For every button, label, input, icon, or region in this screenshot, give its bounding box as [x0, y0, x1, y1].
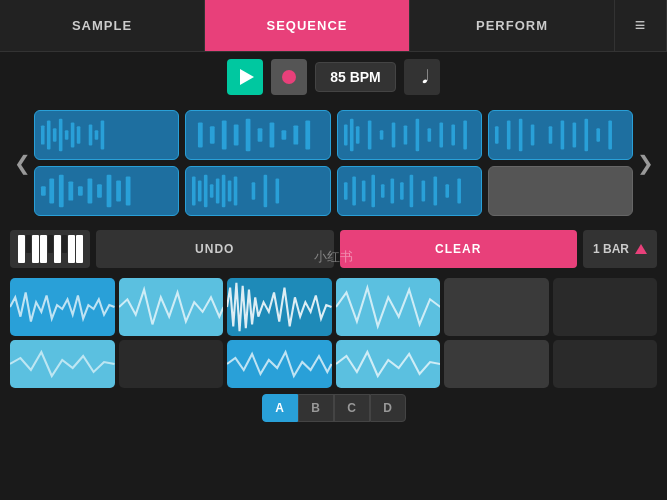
svg-rect-36	[548, 126, 552, 143]
track-cell-1-4[interactable]	[336, 278, 441, 336]
record-button[interactable]	[271, 59, 307, 95]
svg-rect-73	[445, 184, 449, 197]
svg-rect-71	[421, 180, 425, 201]
track-cell-1-1[interactable]	[10, 278, 115, 336]
svg-rect-5	[71, 123, 75, 148]
tab-sample[interactable]: SAMPLE	[0, 0, 205, 51]
svg-rect-74	[457, 179, 461, 204]
undo-button[interactable]: UNDO	[96, 230, 334, 268]
bottom-tabs: A B C D	[0, 392, 667, 428]
track-cell-2-6[interactable]	[553, 340, 658, 388]
svg-rect-17	[282, 130, 287, 140]
svg-rect-72	[433, 177, 437, 206]
svg-rect-40	[596, 128, 600, 141]
piano-key-white-6	[76, 235, 83, 263]
svg-rect-30	[451, 124, 455, 145]
tab-perform[interactable]: PERFORM	[410, 0, 615, 51]
svg-rect-50	[116, 180, 121, 201]
svg-rect-42	[41, 186, 46, 196]
track-cell-1-3[interactable]	[227, 278, 332, 336]
tab-c[interactable]: C	[334, 394, 370, 422]
seq-cell-8[interactable]	[488, 166, 633, 216]
svg-rect-9	[101, 121, 105, 150]
svg-rect-64	[352, 177, 356, 206]
track-cell-1-6[interactable]	[553, 278, 658, 336]
track-cell-2-4[interactable]	[336, 340, 441, 388]
piano-keys-button[interactable]	[10, 230, 90, 268]
tab-d[interactable]: D	[370, 394, 406, 422]
seq-cell-3[interactable]	[337, 110, 482, 160]
bar-arrow-icon	[635, 244, 647, 254]
piano-key-white-3	[40, 235, 47, 263]
clear-button[interactable]: CLEAR	[340, 230, 578, 268]
tab-sequence[interactable]: SEQUENCE	[205, 0, 410, 51]
seq-cell-2[interactable]	[185, 110, 330, 160]
svg-rect-62	[276, 179, 280, 204]
record-icon	[282, 70, 296, 84]
track-cell-2-2[interactable]	[119, 340, 224, 388]
controls-bar: UNDO CLEAR 1 BAR	[0, 224, 667, 274]
seq-cell-6[interactable]	[185, 166, 330, 216]
svg-rect-44	[59, 175, 64, 208]
track-cell-2-5[interactable]	[444, 340, 549, 388]
transport-bar: 85 BPM 𝅘𝅥	[0, 52, 667, 102]
bar-label: 1 BAR	[593, 242, 629, 256]
svg-rect-39	[584, 119, 588, 152]
svg-rect-22	[355, 126, 359, 143]
svg-rect-7	[89, 124, 93, 145]
svg-rect-11	[210, 126, 215, 143]
track-cell-1-5[interactable]	[444, 278, 549, 336]
seq-cell-1[interactable]	[34, 110, 179, 160]
seq-cell-7[interactable]	[337, 166, 482, 216]
svg-rect-54	[204, 175, 208, 208]
svg-rect-33	[507, 121, 511, 150]
svg-rect-61	[264, 175, 268, 208]
svg-rect-32	[495, 126, 499, 143]
svg-rect-13	[234, 124, 239, 145]
svg-rect-60	[252, 182, 256, 199]
svg-rect-2	[53, 128, 57, 141]
svg-rect-38	[572, 123, 576, 148]
svg-rect-6	[77, 126, 81, 143]
svg-rect-24	[379, 130, 383, 140]
svg-rect-15	[258, 128, 263, 141]
svg-rect-51	[126, 177, 131, 206]
svg-rect-53	[198, 180, 202, 201]
prev-arrow[interactable]: ❮	[10, 133, 34, 193]
sequence-grid	[34, 110, 633, 216]
piano-key-black-2	[48, 235, 53, 253]
tab-a[interactable]: A	[262, 394, 298, 422]
track-cell-2-1[interactable]	[10, 340, 115, 388]
svg-rect-69	[400, 182, 404, 199]
svg-rect-55	[210, 184, 214, 197]
seq-cell-4[interactable]	[488, 110, 633, 160]
seq-cell-5[interactable]	[34, 166, 179, 216]
svg-rect-31	[463, 121, 467, 150]
track-cell-2-3[interactable]	[227, 340, 332, 388]
svg-rect-58	[228, 180, 232, 201]
svg-rect-29	[439, 123, 443, 148]
svg-rect-49	[107, 175, 112, 208]
next-arrow[interactable]: ❯	[633, 133, 657, 193]
svg-rect-47	[88, 179, 93, 204]
svg-rect-16	[270, 123, 275, 148]
svg-rect-66	[371, 175, 375, 208]
piano-key-black-3	[62, 235, 67, 253]
svg-rect-46	[78, 186, 83, 196]
top-navigation: SAMPLE SEQUENCE PERFORM ≡	[0, 0, 667, 52]
track-row-1	[10, 278, 657, 336]
svg-rect-28	[427, 128, 431, 141]
bar-selector[interactable]: 1 BAR	[583, 230, 657, 268]
svg-rect-63	[343, 182, 347, 199]
track-cell-1-2[interactable]	[119, 278, 224, 336]
tab-b[interactable]: B	[298, 394, 334, 422]
bpm-display[interactable]: 85 BPM	[315, 62, 396, 92]
svg-rect-37	[560, 121, 564, 150]
metronome-button[interactable]: 𝅘𝅥	[404, 59, 440, 95]
play-button[interactable]	[227, 59, 263, 95]
menu-button[interactable]: ≡	[615, 0, 667, 51]
sequence-section: ❮	[0, 102, 667, 224]
svg-rect-68	[390, 179, 394, 204]
svg-rect-34	[519, 119, 523, 152]
svg-rect-18	[294, 125, 299, 144]
